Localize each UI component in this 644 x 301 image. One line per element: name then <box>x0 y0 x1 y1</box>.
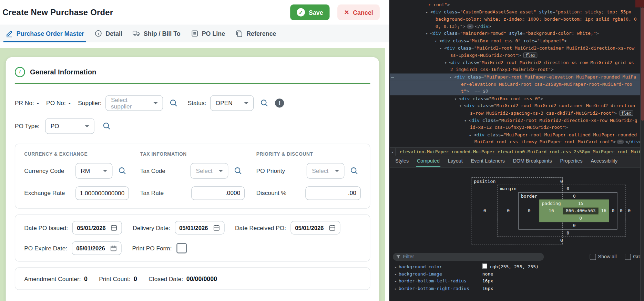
dom-tree-node[interactable]: s-row MuiGrid2-spacing-xs-3 css-dkd71f-M… <box>389 110 644 117</box>
dom-tree-node[interactable]: background-color: white; z-index: 1000; … <box>389 16 644 23</box>
tab-ship-bill-to[interactable]: Ship / Bill To <box>131 25 183 42</box>
more-actions-icon[interactable]: ⋯ <box>391 74 394 81</box>
tab-po-line[interactable]: PO Line <box>189 25 227 42</box>
checkbox-icon[interactable] <box>625 253 631 260</box>
status-select[interactable]: OPEN <box>210 95 254 111</box>
dom-tree-node[interactable]: ▾<div class="MuiPaper-root MuiPaper-elev… <box>389 73 644 81</box>
checkbox-icon[interactable] <box>590 253 596 260</box>
tax-code-select[interactable]: Select <box>191 163 228 178</box>
info-icon: i <box>15 67 25 77</box>
tab-label: PO Line <box>202 30 225 37</box>
devtools-tab-dom-breakpoints[interactable]: DOM Breakpoints <box>509 156 556 167</box>
section-heading: General Information <box>30 68 96 76</box>
po-tab-bar: Purchase Order Master Detail Ship / Bill… <box>0 25 389 42</box>
po-header-fields-row: PR No: - PO No: - Supplier: Select suppl… <box>15 95 370 111</box>
supplier-search-button[interactable] <box>167 96 180 110</box>
devtools-tab-accessibility[interactable]: Accessibility <box>586 156 622 167</box>
calendar-icon <box>110 245 117 252</box>
po-type-select[interactable]: PO <box>45 118 94 134</box>
dom-tree-node[interactable]: ss-1pi8xg4-MuiGrid2-root">flex <box>389 52 644 59</box>
dom-tree-node[interactable]: ▾<div class="MuiBox-root css-0"> <box>389 95 644 102</box>
show-all-checkbox[interactable]: Show all <box>590 253 617 260</box>
print-po-form-checkbox[interactable] <box>176 243 187 253</box>
dom-tree-node[interactable]: ▾<div class="MuiGrid2-root MuiGrid2-dire… <box>389 59 644 66</box>
supplier-select[interactable]: Select supplier <box>105 95 163 111</box>
box-model-diagram[interactable]: position 0 0 margin 0 0 border 0 0 paddi… <box>471 177 562 244</box>
calendar-icon <box>329 224 336 231</box>
devtools-tab-layout[interactable]: Layout <box>444 156 467 167</box>
dom-tree-node[interactable]: ▾<div class="MuiGrid2-root MuiGrid2-dire… <box>389 117 644 124</box>
computed-properties-list: ▸background-colorrgb(255, 255, 255)▸back… <box>389 263 644 292</box>
po-no-field: PO No: - <box>46 100 71 106</box>
tab-reference[interactable]: Reference <box>233 25 278 42</box>
currency-search-button[interactable] <box>116 164 129 177</box>
devtools-tab-computed[interactable]: Computed <box>413 156 444 167</box>
filter-input[interactable]: Filter <box>393 253 544 261</box>
signature-icon <box>5 30 13 38</box>
dom-tree-node[interactable]: 0, 0.13);">⋯</div> <box>389 23 644 30</box>
copy-pages-icon <box>235 30 243 38</box>
delivery-date-input[interactable]: 05/01/2026 <box>175 221 224 234</box>
discount-input[interactable] <box>305 186 361 200</box>
exchange-rate-input[interactable] <box>75 186 129 200</box>
calendar-icon <box>111 224 117 231</box>
dom-tree-node[interactable]: t"> == $0 <box>389 88 644 95</box>
dom-tree-node[interactable]: MuiCard-root css-itcmsy-MuiPaper-root-Mu… <box>389 138 644 146</box>
dom-tree-node[interactable]: ▸<div class="MuiPaper-root MuiPaper-outl… <box>389 131 644 138</box>
tab-label: Purchase Order Master <box>17 30 84 37</box>
info-circle-icon <box>94 30 102 38</box>
tax-rate-input[interactable] <box>191 186 245 200</box>
cancel-button[interactable]: ✕ Cancel <box>337 4 379 20</box>
save-button[interactable]: ✓ Save <box>290 4 329 20</box>
dom-tree-node[interactable]: r-root"> <box>389 1 644 9</box>
tab-purchase-order-master[interactable]: Purchase Order Master <box>3 25 86 42</box>
breadcrumb-scroll-left-icon[interactable]: ◂ <box>389 148 396 156</box>
tax-code-search-button[interactable] <box>232 164 245 177</box>
tab-detail[interactable]: Detail <box>92 25 124 42</box>
devtools-tab-properties[interactable]: Properties <box>556 156 587 167</box>
computed-property-row[interactable]: ▸border-bottom-left-radius16px <box>389 278 644 285</box>
date-received-po-input[interactable]: 05/01/2026 <box>290 221 340 234</box>
date-po-issued-input[interactable]: 05/01/2026 <box>72 221 122 234</box>
currency-exchange-column: CURRENCY & EXCHANGE Currency Code RM <box>24 152 129 201</box>
scrollbar-thumb[interactable] <box>641 7 644 121</box>
chevron-down-icon <box>103 170 107 172</box>
date-received-po-field: Date Received PO: 05/01/2026 <box>235 221 340 234</box>
tab-label: Ship / Bill To <box>144 30 181 37</box>
form-canvas: i General Information PR No: - PO No: - … <box>0 48 385 301</box>
po-priority-select[interactable]: Select <box>307 163 345 178</box>
devtools-tab-event-listeners[interactable]: Event Listeners <box>467 156 509 167</box>
computed-property-row[interactable]: ▸background-imagenone <box>389 270 644 278</box>
search-icon <box>260 98 269 107</box>
devtools-scrollbar[interactable] <box>640 0 644 301</box>
pr-no-field: PR No: - <box>15 100 39 106</box>
dom-tree-node[interactable]: ▾<div class="MuiGrid2-root MuiGrid2-cont… <box>389 44 644 52</box>
search-icon <box>102 122 111 131</box>
computed-property-row[interactable]: ▸background-colorrgb(255, 255, 255) <box>389 263 644 270</box>
scroll-marker <box>635 0 644 7</box>
dom-tree-node[interactable]: 2 imgGird1 css-16fnxy3-MuiGrid2-root"> <box>389 66 644 73</box>
dom-tree-node[interactable]: ▾<div class="MuiBox-root css-0" role="ta… <box>389 37 644 44</box>
calendar-icon <box>213 224 220 231</box>
alert-icon: ! <box>275 98 284 107</box>
dom-tree-node[interactable]: ▾<div class="MainOrderFromGd" style="bac… <box>389 30 644 37</box>
color-swatch <box>482 263 487 268</box>
breadcrumb[interactable]: elevation.MuiPaper-rounded.MuiPaper-elev… <box>396 148 644 156</box>
po-priority-search-button[interactable] <box>348 164 361 177</box>
dom-tree-node[interactable]: er-elevation0 MuiCard-root css-2s58ym-Mu… <box>389 81 644 88</box>
dom-tree-node[interactable]: id-xs-12 css-16fnxy3-MuiGrid2-root"> <box>389 124 644 131</box>
dom-tree-node[interactable]: ▾<div class="MuiGrid2-root MuiGrid2-cont… <box>389 102 644 110</box>
status-search-button[interactable] <box>258 96 271 110</box>
currency-code-select[interactable]: RM <box>75 163 112 178</box>
list-grid-icon <box>191 30 199 38</box>
page-title: Create New Purchase Order <box>2 8 113 17</box>
computed-property-row[interactable]: ▸border-bottom-right-radius16px <box>389 285 644 292</box>
po-type-search-button[interactable] <box>100 120 113 133</box>
po-expire-date-input[interactable]: 05/01/2026 <box>72 241 121 255</box>
dom-tree-node[interactable]: ▸<div class="CustomBreadAssetSave asset"… <box>389 9 644 16</box>
devtools-tab-styles[interactable]: Styles <box>391 156 413 167</box>
computed-pane: position 0 0 margin 0 0 border 0 0 paddi… <box>389 177 644 292</box>
section-header: i General Information <box>15 67 370 77</box>
dates-card: Date PO Issued: 05/01/2026 Delivery Date… <box>15 214 370 261</box>
purchase-order-app: Create New Purchase Order ✓ Save ✕ Cance… <box>0 0 389 301</box>
